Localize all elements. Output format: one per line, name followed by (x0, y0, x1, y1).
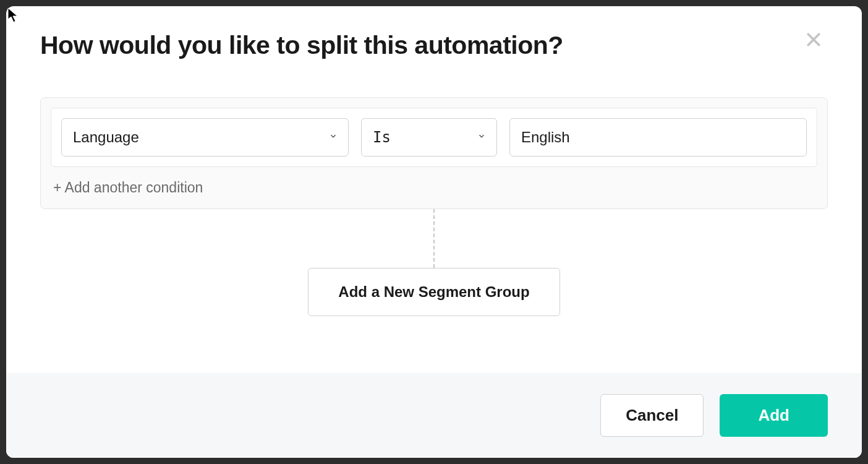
modal-title: How would you like to split this automat… (40, 31, 563, 60)
add-button[interactable]: Add (720, 394, 828, 437)
condition-field-select[interactable]: Language (61, 118, 349, 157)
split-automation-modal: How would you like to split this automat… (6, 6, 862, 458)
condition-field-select-wrapper: Language (61, 118, 349, 157)
modal-footer: Cancel Add (6, 373, 862, 458)
connector-line (433, 209, 435, 268)
add-new-segment-group-button[interactable]: Add a New Segment Group (308, 268, 560, 316)
condition-operator-select[interactable]: Is (361, 118, 497, 157)
condition-value-input[interactable] (509, 118, 807, 157)
cancel-button[interactable]: Cancel (600, 394, 704, 437)
condition-group: Language Is + Add another condition (40, 97, 828, 209)
condition-row: Language Is (51, 108, 817, 167)
close-button[interactable] (799, 28, 828, 53)
close-icon (804, 27, 823, 54)
add-another-condition-link[interactable]: + Add another condition (51, 167, 817, 199)
modal-header: How would you like to split this automat… (6, 6, 862, 79)
modal-body: Language Is + Add another condition Add … (6, 79, 862, 373)
condition-operator-select-wrapper: Is (361, 118, 497, 157)
